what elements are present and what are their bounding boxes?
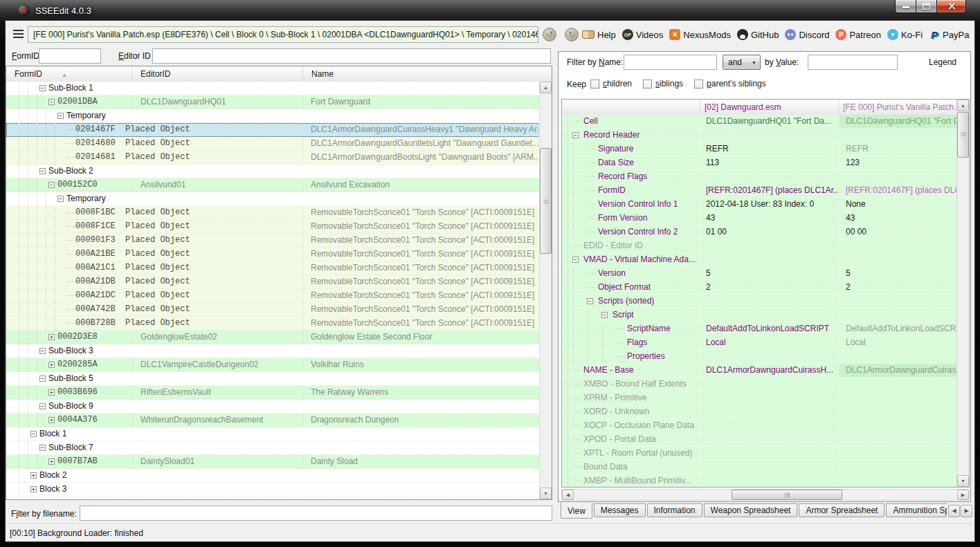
tree-node-row[interactable]: −Sub-Block 3 xyxy=(6,344,540,358)
collapse-expander-icon[interactable]: − xyxy=(30,431,37,437)
tree-record-row[interactable]: −02001DBADLC1DawnguardHQ01Fort Dawnguard xyxy=(6,95,540,109)
value-cell[interactable]: 5 xyxy=(700,267,839,280)
column-header-editorid[interactable]: EditorID xyxy=(132,66,303,82)
expand-expander-icon[interactable]: + xyxy=(48,334,55,340)
tree-record-row[interactable]: 000A21DC Placed ObjectRemovableTorchScon… xyxy=(6,289,540,303)
scroll-down-button[interactable]: ▼ xyxy=(540,488,552,499)
detail-row-vmad-virtual-machine-ada[interactable]: −VMAD - Virtual Machine Ada... xyxy=(562,253,959,267)
tab-ammunition-spreadsheet[interactable]: Ammunition Spreadsheet xyxy=(886,503,947,517)
tab-information[interactable]: Information xyxy=(647,503,702,517)
tree-node-row[interactable]: −Temporary xyxy=(6,109,540,123)
detail-row-formid[interactable]: FormID[REFR:0201467F] (places DLC1Ar...[… xyxy=(562,184,959,198)
github-link[interactable]: GitHub xyxy=(737,29,779,40)
value-cell[interactable]: DLC1DawnguardHQ01 "Fort D xyxy=(839,115,959,128)
paypal-link[interactable]: PPayPal xyxy=(929,29,970,40)
tree-record-row[interactable]: 0008F1BC Placed ObjectRemovableTorchScon… xyxy=(6,206,540,220)
detail-row-version-control-info-1[interactable]: Version Control Info 12012-04-18 User: 8… xyxy=(562,198,959,212)
breadcrumb[interactable]: [FE 000] Purist's Vanilla Patch.esp (E8D… xyxy=(28,26,538,43)
value-cell[interactable]: DLC1DawnguardHQ01 "Fort Da... xyxy=(700,115,839,128)
value-cell[interactable]: REFR xyxy=(700,142,839,156)
tree-node-row[interactable]: −Block 1 xyxy=(6,427,540,441)
scroll-up-button[interactable]: ▲ xyxy=(957,100,969,111)
scroll-left-button[interactable]: ◀ xyxy=(562,490,574,500)
value-cell[interactable]: 00 00 xyxy=(839,225,959,239)
collapse-expander-icon[interactable]: − xyxy=(57,196,64,202)
tab-armor-spreadsheet[interactable]: Armor Spreadsheet xyxy=(799,503,884,517)
detail-header-patch-plugin[interactable]: [FE 000] Purist's Vanilla Patch.esp xyxy=(839,100,970,115)
nexusmods-link[interactable]: ×NexusMods xyxy=(669,29,731,40)
help-link[interactable]: Help xyxy=(582,30,616,40)
detail-row-version[interactable]: Version55 xyxy=(562,267,959,281)
editorid-input[interactable] xyxy=(152,48,551,64)
legend-button[interactable]: Legend xyxy=(929,57,956,67)
detail-row-edid-editor-id[interactable]: EDID - Editor ID xyxy=(562,239,959,253)
collapse-expander-icon[interactable]: − xyxy=(48,99,55,105)
forward-button[interactable]: ↻ xyxy=(565,28,579,41)
patreon-link[interactable]: PPatreon xyxy=(835,29,881,40)
tree-node-row[interactable]: −Sub-Block 2 xyxy=(6,165,540,178)
collapse-expander-icon[interactable]: − xyxy=(39,403,46,409)
value-cell[interactable]: Local xyxy=(700,336,839,349)
tree-record-row[interactable]: 0008F1CE Placed ObjectRemovableTorchScon… xyxy=(6,220,540,234)
scroll-up-button[interactable]: ▲ xyxy=(540,82,552,93)
detail-vertical-scrollbar[interactable]: ▲ ▼ xyxy=(956,100,969,487)
expand-expander-icon[interactable]: + xyxy=(30,472,37,479)
collapse-expander-icon[interactable]: − xyxy=(39,445,46,451)
expand-expander-icon[interactable]: + xyxy=(48,417,55,423)
detail-row-bound-data[interactable]: Bound Data xyxy=(562,461,959,474)
value-cell[interactable]: 43 xyxy=(839,212,959,225)
detail-row-xmbo-bound-half-extents[interactable]: XMBO - Bound Half Extents xyxy=(562,378,959,391)
tree-record-row[interactable]: 02014680 Placed ObjectDLC1ArmorDawnguard… xyxy=(6,137,540,151)
detail-header-field[interactable] xyxy=(562,100,700,115)
collapse-expander-icon[interactable]: − xyxy=(601,312,608,318)
detail-row-signature[interactable]: SignatureREFRREFR xyxy=(562,142,959,156)
collapse-expander-icon[interactable]: − xyxy=(57,113,64,119)
column-header-name[interactable]: Name xyxy=(303,66,552,82)
detail-row-xpod-portal-data[interactable]: XPOD - Portal Data xyxy=(562,433,959,447)
menu-icon[interactable] xyxy=(13,30,24,38)
detail-row-scripts-sorted[interactable]: −Scripts (sorted) xyxy=(562,295,959,308)
close-button[interactable] xyxy=(936,0,966,13)
checkbox-siblings[interactable] xyxy=(643,80,652,89)
detail-row-version-control-info-2[interactable]: Version Control Info 201 0000 00 xyxy=(562,225,959,239)
tree-record-row[interactable]: +0200285ADLC1VampireCastleDungeon02Volki… xyxy=(6,358,540,372)
collapse-expander-icon[interactable]: − xyxy=(572,257,579,263)
filter-name-input[interactable] xyxy=(624,55,717,70)
detail-horizontal-scrollbar[interactable]: ◀ ▶ xyxy=(561,489,970,501)
collapse-expander-icon[interactable]: − xyxy=(39,348,46,354)
formid-input[interactable] xyxy=(39,48,101,64)
detail-row-script[interactable]: −Script xyxy=(562,308,959,322)
collapse-expander-icon[interactable]: − xyxy=(572,132,579,138)
value-cell[interactable]: 113 xyxy=(700,156,839,169)
value-cell[interactable]: 123 xyxy=(839,156,959,169)
tab-view[interactable]: View xyxy=(561,502,592,519)
tree-scrollbar-thumb[interactable] xyxy=(540,148,552,254)
checkbox-children[interactable] xyxy=(590,80,599,89)
tree-node-row[interactable]: −Temporary xyxy=(6,192,540,206)
tree-record-row[interactable]: +0004A376WhiterunDragonsreachBasementDra… xyxy=(6,414,540,427)
collapse-expander-icon[interactable]: − xyxy=(48,182,55,188)
detail-row-record-header[interactable]: −Record Header xyxy=(562,129,959,142)
detail-scrollbar-thumb[interactable] xyxy=(957,112,969,158)
value-cell[interactable]: DefaultAddToLinkonLoadSCRIPT xyxy=(700,322,839,335)
detail-row-name-base[interactable]: NAME - BaseDLC1ArmorDawnguardCuirassH...… xyxy=(562,364,959,378)
tree-node-row[interactable]: −Sub-Block 1 xyxy=(6,82,540,95)
keep-option-children[interactable]: children xyxy=(590,79,632,89)
title-bar[interactable]: SSEEdit 4.0.3 xyxy=(0,0,980,21)
value-cell[interactable]: DLC1ArmorDawnguardCuirass xyxy=(839,364,959,377)
detail-row-object-format[interactable]: Object Format22 xyxy=(562,281,959,295)
detail-row-xmbp-multibound-primitiv[interactable]: XMBP - MultiBound Primitiv... xyxy=(562,474,959,487)
value-cell[interactable]: [REFR:0201467F] (places DLC1A xyxy=(839,184,959,197)
filter-value-input[interactable] xyxy=(808,55,898,70)
discord-link[interactable]: Discord xyxy=(785,29,829,40)
tree-record-row[interactable]: +0002D3E8GoldenglowEstate02Goldenglow Es… xyxy=(6,331,540,344)
tree-node-row[interactable]: −Sub-Block 9 xyxy=(6,400,540,414)
detail-row-xptl-room-portal-unused[interactable]: XPTL - Room Portal (unused) xyxy=(562,447,959,461)
tree-vertical-scrollbar[interactable]: ▲ ▼ xyxy=(539,82,552,499)
tree-node-row[interactable]: −Sub-Block 5 xyxy=(6,372,540,386)
tree-record-row[interactable]: 000B728B Placed ObjectRemovableTorchScon… xyxy=(6,317,540,331)
scroll-right-button[interactable]: ▶ xyxy=(957,490,969,500)
value-cell[interactable]: Local xyxy=(839,336,959,349)
expand-expander-icon[interactable]: + xyxy=(30,486,37,492)
value-cell[interactable]: 2 xyxy=(839,281,959,294)
